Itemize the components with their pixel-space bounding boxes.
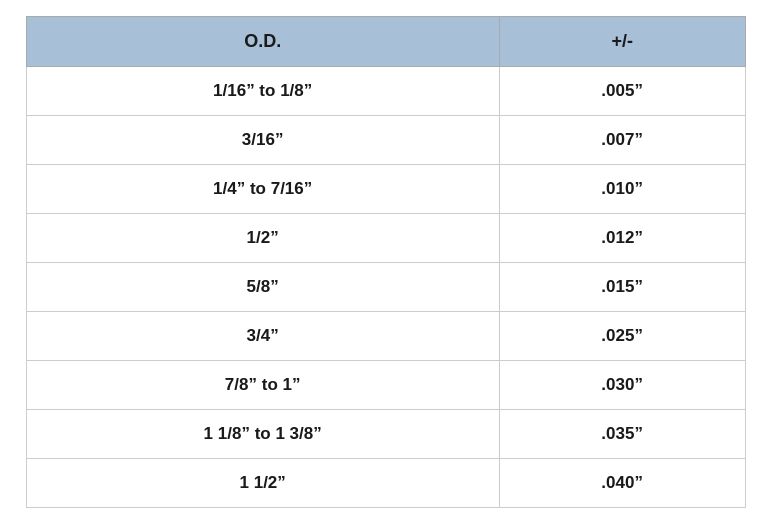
table-row: 1 1/2”.040” [26,458,745,507]
tolerance-cell: .035” [499,409,745,458]
od-cell: 5/8” [26,262,499,311]
od-cell: 1 1/8” to 1 3/8” [26,409,499,458]
table-row: 1/4” to 7/16”.010” [26,164,745,213]
table-row: 3/16”.007” [26,115,745,164]
tolerance-cell: .025” [499,311,745,360]
table-row: 5/8”.015” [26,262,745,311]
tolerance-cell: .040” [499,458,745,507]
od-cell: 7/8” to 1” [26,360,499,409]
tolerance-table-container: O.D. +/- 1/16” to 1/8”.005”3/16”.007”1/4… [26,16,746,508]
od-cell: 1 1/2” [26,458,499,507]
table-row: 1/2”.012” [26,213,745,262]
tolerance-cell: .005” [499,66,745,115]
table-row: 1/16” to 1/8”.005” [26,66,745,115]
od-cell: 3/16” [26,115,499,164]
tolerance-table: O.D. +/- 1/16” to 1/8”.005”3/16”.007”1/4… [26,16,746,508]
od-cell: 1/4” to 7/16” [26,164,499,213]
od-cell: 1/16” to 1/8” [26,66,499,115]
od-column-header: O.D. [26,16,499,66]
od-cell: 3/4” [26,311,499,360]
tolerance-cell: .007” [499,115,745,164]
tolerance-column-header: +/- [499,16,745,66]
table-header-row: O.D. +/- [26,16,745,66]
tolerance-cell: .010” [499,164,745,213]
table-row: 1 1/8” to 1 3/8”.035” [26,409,745,458]
tolerance-cell: .030” [499,360,745,409]
table-row: 7/8” to 1”.030” [26,360,745,409]
tolerance-cell: .012” [499,213,745,262]
od-cell: 1/2” [26,213,499,262]
tolerance-cell: .015” [499,262,745,311]
table-row: 3/4”.025” [26,311,745,360]
